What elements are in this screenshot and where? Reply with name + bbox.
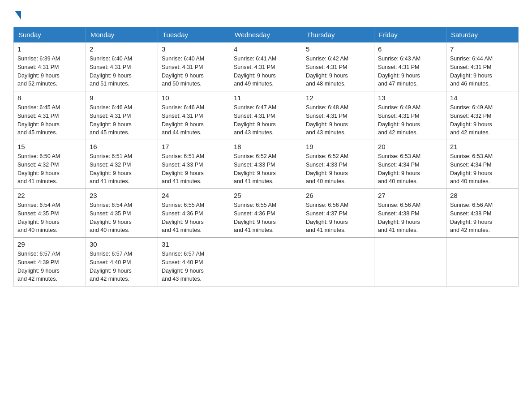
table-row: 21Sunrise: 6:53 AMSunset: 4:34 PMDayligh… [446,140,519,189]
day-number: 19 [306,143,370,150]
day-info: Sunrise: 6:57 AMSunset: 4:40 PMDaylight:… [162,250,226,283]
col-header-sunday: Sunday [14,27,86,43]
table-row: 15Sunrise: 6:50 AMSunset: 4:32 PMDayligh… [14,140,86,189]
day-number: 2 [90,45,154,53]
calendar-week-row: 15Sunrise: 6:50 AMSunset: 4:32 PMDayligh… [14,140,519,189]
day-number: 7 [450,45,515,53]
day-info: Sunrise: 6:53 AMSunset: 4:34 PMDaylight:… [450,152,515,186]
day-info: Sunrise: 6:56 AMSunset: 4:38 PMDaylight:… [450,201,515,235]
table-row: 22Sunrise: 6:54 AMSunset: 4:35 PMDayligh… [14,189,86,238]
day-number: 13 [378,94,442,102]
day-number: 28 [450,192,515,199]
day-number: 10 [162,94,226,102]
logo [13,9,21,20]
col-header-monday: Monday [86,27,158,43]
day-number: 22 [17,192,82,199]
day-info: Sunrise: 6:49 AMSunset: 4:31 PMDaylight:… [378,103,442,137]
day-number: 5 [306,45,370,53]
day-number: 1 [17,45,82,53]
calendar-week-row: 1Sunrise: 6:39 AMSunset: 4:31 PMDaylight… [14,43,519,91]
table-row: 19Sunrise: 6:52 AMSunset: 4:33 PMDayligh… [302,140,374,189]
day-info: Sunrise: 6:48 AMSunset: 4:31 PMDaylight:… [306,103,370,137]
day-number: 31 [162,240,226,248]
day-number: 15 [17,143,82,150]
day-number: 21 [450,143,515,150]
day-number: 4 [234,45,298,53]
day-info: Sunrise: 6:51 AMSunset: 4:33 PMDaylight:… [162,152,226,186]
col-header-friday: Friday [374,27,446,43]
day-info: Sunrise: 6:52 AMSunset: 4:33 PMDaylight:… [234,152,298,186]
col-header-wednesday: Wednesday [230,27,302,43]
table-row: 13Sunrise: 6:49 AMSunset: 4:31 PMDayligh… [374,91,446,140]
table-row [230,238,302,287]
day-info: Sunrise: 6:56 AMSunset: 4:38 PMDaylight:… [378,201,442,235]
day-info: Sunrise: 6:52 AMSunset: 4:33 PMDaylight:… [306,152,370,186]
day-info: Sunrise: 6:41 AMSunset: 4:31 PMDaylight:… [234,55,298,88]
table-row [302,238,374,287]
day-info: Sunrise: 6:45 AMSunset: 4:31 PMDaylight:… [17,103,82,137]
table-row: 14Sunrise: 6:49 AMSunset: 4:32 PMDayligh… [446,91,519,140]
table-row: 2Sunrise: 6:40 AMSunset: 4:31 PMDaylight… [86,43,158,91]
table-row: 18Sunrise: 6:52 AMSunset: 4:33 PMDayligh… [230,140,302,189]
day-info: Sunrise: 6:46 AMSunset: 4:31 PMDaylight:… [162,103,226,137]
table-row: 20Sunrise: 6:53 AMSunset: 4:34 PMDayligh… [374,140,446,189]
table-row: 26Sunrise: 6:56 AMSunset: 4:37 PMDayligh… [302,189,374,238]
day-number: 27 [378,192,442,199]
day-number: 20 [378,143,442,150]
calendar-header-row: SundayMondayTuesdayWednesdayThursdayFrid… [14,27,519,43]
day-info: Sunrise: 6:47 AMSunset: 4:31 PMDaylight:… [234,103,298,137]
table-row: 9Sunrise: 6:46 AMSunset: 4:31 PMDaylight… [86,91,158,140]
day-number: 17 [162,143,226,150]
table-row: 27Sunrise: 6:56 AMSunset: 4:38 PMDayligh… [374,189,446,238]
day-info: Sunrise: 6:40 AMSunset: 4:31 PMDaylight:… [90,55,154,88]
day-number: 12 [306,94,370,102]
table-row: 31Sunrise: 6:57 AMSunset: 4:40 PMDayligh… [158,238,230,287]
table-row: 17Sunrise: 6:51 AMSunset: 4:33 PMDayligh… [158,140,230,189]
calendar-week-row: 29Sunrise: 6:57 AMSunset: 4:39 PMDayligh… [14,238,519,287]
day-number: 6 [378,45,442,53]
table-row: 29Sunrise: 6:57 AMSunset: 4:39 PMDayligh… [14,238,86,287]
table-row [374,238,446,287]
day-number: 30 [90,240,154,248]
table-row: 16Sunrise: 6:51 AMSunset: 4:32 PMDayligh… [86,140,158,189]
day-number: 8 [17,94,82,102]
table-row: 5Sunrise: 6:42 AMSunset: 4:31 PMDaylight… [302,43,374,91]
day-number: 3 [162,45,226,53]
day-number: 9 [90,94,154,102]
day-info: Sunrise: 6:54 AMSunset: 4:35 PMDaylight:… [90,201,154,235]
day-info: Sunrise: 6:56 AMSunset: 4:37 PMDaylight:… [306,201,370,235]
table-row: 11Sunrise: 6:47 AMSunset: 4:31 PMDayligh… [230,91,302,140]
table-row: 30Sunrise: 6:57 AMSunset: 4:40 PMDayligh… [86,238,158,287]
day-number: 26 [306,192,370,199]
day-number: 16 [90,143,154,150]
table-row: 24Sunrise: 6:55 AMSunset: 4:36 PMDayligh… [158,189,230,238]
table-row: 3Sunrise: 6:40 AMSunset: 4:31 PMDaylight… [158,43,230,91]
table-row: 28Sunrise: 6:56 AMSunset: 4:38 PMDayligh… [446,189,519,238]
day-info: Sunrise: 6:42 AMSunset: 4:31 PMDaylight:… [306,55,370,88]
col-header-tuesday: Tuesday [158,27,230,43]
day-info: Sunrise: 6:49 AMSunset: 4:32 PMDaylight:… [450,103,515,137]
day-info: Sunrise: 6:57 AMSunset: 4:39 PMDaylight:… [17,250,82,283]
day-number: 14 [450,94,515,102]
day-info: Sunrise: 6:55 AMSunset: 4:36 PMDaylight:… [234,201,298,235]
table-row: 1Sunrise: 6:39 AMSunset: 4:31 PMDaylight… [14,43,86,91]
calendar-table: SundayMondayTuesdayWednesdayThursdayFrid… [13,27,519,287]
day-number: 29 [17,240,82,248]
table-row: 7Sunrise: 6:44 AMSunset: 4:31 PMDaylight… [446,43,519,91]
day-info: Sunrise: 6:40 AMSunset: 4:31 PMDaylight:… [162,55,226,88]
day-info: Sunrise: 6:53 AMSunset: 4:34 PMDaylight:… [378,152,442,186]
col-header-thursday: Thursday [302,27,374,43]
day-number: 11 [234,94,298,102]
table-row [446,238,519,287]
day-info: Sunrise: 6:43 AMSunset: 4:31 PMDaylight:… [378,55,442,88]
day-number: 18 [234,143,298,150]
day-info: Sunrise: 6:54 AMSunset: 4:35 PMDaylight:… [17,201,82,235]
page-header [13,9,519,20]
day-info: Sunrise: 6:46 AMSunset: 4:31 PMDaylight:… [90,103,154,137]
logo-arrow-icon [15,11,21,20]
day-info: Sunrise: 6:50 AMSunset: 4:32 PMDaylight:… [17,152,82,186]
table-row: 8Sunrise: 6:45 AMSunset: 4:31 PMDaylight… [14,91,86,140]
day-info: Sunrise: 6:57 AMSunset: 4:40 PMDaylight:… [90,250,154,283]
table-row: 12Sunrise: 6:48 AMSunset: 4:31 PMDayligh… [302,91,374,140]
table-row: 6Sunrise: 6:43 AMSunset: 4:31 PMDaylight… [374,43,446,91]
